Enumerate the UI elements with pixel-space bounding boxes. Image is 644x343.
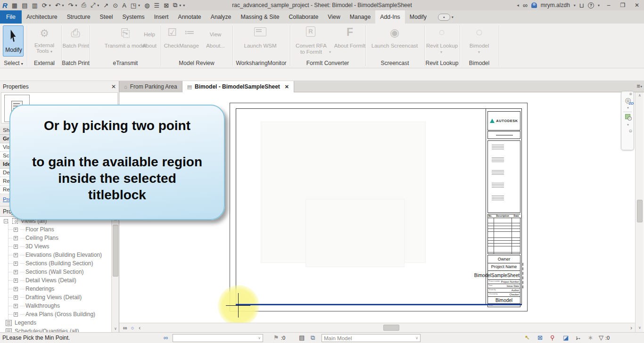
tree-item-detail-views[interactable]: +Detail Views (Detail) <box>0 276 111 285</box>
expand-box-icon[interactable]: + <box>14 304 18 308</box>
vertical-scrollbar[interactable]: ∧ ∨ <box>635 92 644 332</box>
expand-box-icon[interactable]: + <box>14 312 18 317</box>
scroll-down-icon[interactable]: ∨ <box>112 326 119 332</box>
tab-architecture[interactable]: Architecture <box>22 10 62 24</box>
navbar-close-icon[interactable]: ⊗ <box>621 91 634 96</box>
select-links-toggle-icon[interactable]: ↖ <box>525 334 530 341</box>
user-name[interactable]: mrym.alzdh <box>541 2 570 8</box>
temporary-hide-bulb-icon[interactable]: ○ <box>131 325 134 331</box>
restore-button[interactable]: ❐ <box>618 2 628 8</box>
tree-item-3d-views[interactable]: +3D Views <box>0 242 111 251</box>
wheel-caret-icon[interactable]: ▾ <box>621 106 635 110</box>
tab-systems[interactable]: Systems <box>118 10 149 24</box>
launch-wsm-button[interactable]: Launch WSM <box>242 43 279 49</box>
tree-item-renderings[interactable]: +Renderings <box>0 285 111 293</box>
select-pinned-toggle-icon[interactable]: ⚲ <box>550 334 555 341</box>
convert-rfa-button[interactable]: Convert RFAto FormIt <box>293 43 329 55</box>
tree-scrollbar[interactable]: ∧ ∨ <box>111 216 119 332</box>
search-icon[interactable]: ∞ <box>523 1 528 9</box>
select-by-face-toggle-icon[interactable]: ◪ <box>563 334 569 341</box>
expand-box-icon[interactable]: + <box>14 278 18 283</box>
zoom-caret-icon[interactable]: ▾ <box>621 123 635 127</box>
help-icon[interactable]: ? <box>588 2 594 8</box>
tree-item-walkthroughs[interactable]: +Walkthroughs <box>0 302 111 310</box>
select-underlay-toggle-icon[interactable]: ⊠ <box>537 334 543 341</box>
tab-insert[interactable]: Insert <box>149 10 173 24</box>
app-store-icon[interactable]: ⊔ <box>579 2 584 9</box>
workset-select[interactable]: ∨ <box>173 334 263 342</box>
tree-item-schedules[interactable]: Schedules/Quantities (all) <box>0 327 111 332</box>
navbar-minimize-icon[interactable]: ⊖ <box>621 127 634 133</box>
zoom-region-icon[interactable] <box>625 114 630 119</box>
ribbon-display-toggle[interactable]: ▴ <box>438 14 450 21</box>
help-caret-icon[interactable]: ▾ <box>598 3 600 8</box>
scroll-up-icon[interactable]: ∧ <box>636 92 644 99</box>
tree-item-drafting-views[interactable]: +Drafting Views (Detail) <box>0 293 111 302</box>
convert-rfa-caret-icon[interactable]: ▾ <box>329 50 331 54</box>
tab-annotate[interactable]: Annotate <box>173 10 206 24</box>
user-caret-icon[interactable]: ▾ <box>574 3 576 8</box>
bimodel-button[interactable]: Bimodel <box>460 43 499 49</box>
link-icon[interactable]: ⧉ <box>311 334 315 342</box>
steering-wheel-2d-icon[interactable]: ◎2D <box>621 96 635 105</box>
vscroll-thumb[interactable] <box>637 200 643 222</box>
tree-item-floor-plans[interactable]: +Floor Plans <box>0 225 111 234</box>
tab-massing-site[interactable]: Massing & Site <box>236 10 284 24</box>
tab-view[interactable]: View <box>323 10 345 24</box>
design-option-select[interactable]: Main Model∨ <box>322 334 421 342</box>
revit-lookup-caret-icon[interactable]: ▾ <box>440 50 442 54</box>
bimodel-caret-icon[interactable]: ▾ <box>478 50 480 54</box>
select-panel-label[interactable]: Select ▾ <box>0 60 27 66</box>
tab-steel[interactable]: Steel <box>95 10 118 24</box>
hscroll-thumb[interactable] <box>383 325 399 331</box>
model-review-view-button[interactable]: View <box>206 32 225 37</box>
scroll-right-icon[interactable]: › <box>630 325 632 331</box>
close-button[interactable]: ✕ <box>632 2 642 8</box>
tree-item-ceiling-plans[interactable]: +Ceiling Plans <box>0 234 111 242</box>
properties-toggle-icon[interactable]: ▤ <box>299 334 305 341</box>
tab-add-ins[interactable]: Add-Ins <box>375 10 405 24</box>
expand-box-icon[interactable]: + <box>14 253 18 257</box>
modify-button[interactable]: Modify <box>3 25 24 57</box>
launch-screencast-button[interactable]: Launch Screencast <box>370 43 419 49</box>
model-review-help-button[interactable]: Help <box>140 32 159 37</box>
expand-box-icon[interactable]: + <box>14 228 18 232</box>
view-tab-parking[interactable]: ⌂ From Parking Area <box>119 81 182 92</box>
tree-item-sections-building[interactable]: +Sections (Building Section) <box>0 259 111 268</box>
tab-manage[interactable]: Manage <box>345 10 375 24</box>
scroll-left-icon[interactable]: ‹ <box>139 325 140 331</box>
about-formit-button[interactable]: About FormIt <box>332 43 367 49</box>
ribbon-toggle-caret-icon[interactable]: ▾ <box>452 15 454 19</box>
manage-button[interactable]: Manage <box>178 43 200 49</box>
expand-box-icon[interactable]: + <box>14 236 18 240</box>
properties-close-icon[interactable]: ✕ <box>111 83 116 90</box>
close-view-tab-icon[interactable]: ✕ <box>285 84 289 90</box>
tree-item-area-plans[interactable]: +Area Plans (Gross Building) <box>0 310 111 318</box>
expand-box-icon[interactable]: + <box>14 261 18 266</box>
selection-filter-icon[interactable]: ▽ <box>599 334 603 341</box>
expand-box-icon[interactable]: + <box>14 295 18 300</box>
horizontal-scrollbar[interactable]: ∞ ○ ‹ › <box>119 323 635 332</box>
reveal-hidden-glasses-icon[interactable]: ∞ <box>123 325 127 331</box>
tree-item-legends[interactable]: Legends <box>0 318 111 327</box>
batch-print-button[interactable]: Batch Print <box>62 43 90 49</box>
tree-scroll-thumb[interactable] <box>113 225 118 277</box>
tree-item-sections-wall[interactable]: +Sections (Wall Section) <box>0 268 111 276</box>
collapse-search-icon[interactable]: ◂ <box>517 3 519 8</box>
tab-file[interactable]: File <box>0 10 22 24</box>
tab-analyze[interactable]: Analyze <box>206 10 236 24</box>
editing-requests-icon[interactable]: ⚑ <box>273 334 279 341</box>
background-processes-icon[interactable]: ∗ <box>588 334 593 341</box>
minimize-button[interactable]: – <box>603 2 614 8</box>
revit-lookup-button[interactable]: Revit Lookup <box>424 43 460 49</box>
tree-item-elevations[interactable]: +Elevations (Building Elevation) <box>0 251 111 259</box>
expand-box-icon[interactable]: + <box>14 270 18 274</box>
view-tab-list-icon[interactable]: ≣▾ <box>636 83 642 89</box>
external-tools-button[interactable]: ExternalTools ▾ <box>27 42 61 54</box>
tab-modify[interactable]: Modify <box>405 10 431 24</box>
scroll-down-icon[interactable]: ∨ <box>636 325 644 331</box>
expand-box-icon[interactable]: + <box>14 245 18 249</box>
model-review-about2-button[interactable]: About... <box>206 43 225 49</box>
tab-structure[interactable]: Structure <box>62 10 95 24</box>
model-review-about-button[interactable]: About <box>140 43 159 49</box>
